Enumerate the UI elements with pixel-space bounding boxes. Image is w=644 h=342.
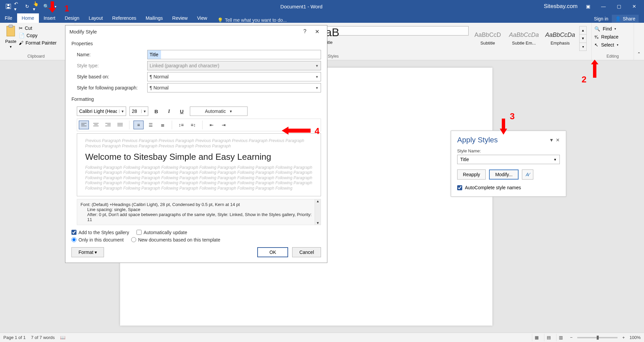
style-subtitle[interactable]: AaBbCcDSubtitle	[471, 26, 505, 51]
annotation-4: 4	[315, 126, 319, 136]
window-title: Document1 - Word	[59, 4, 544, 9]
svg-marker-17	[49, 1, 56, 13]
auto-update-checkbox[interactable]	[137, 230, 142, 235]
style-based-select[interactable]: ¶ Normal▼	[147, 72, 321, 81]
cancel-button[interactable]: Cancel	[292, 247, 321, 257]
align-center-button[interactable]	[91, 121, 101, 129]
brand-label: Sitesbay.com	[544, 3, 578, 10]
maximize-button[interactable]: ▢	[614, 1, 624, 11]
zoom-in-button[interactable]: +	[620, 335, 627, 340]
italic-button[interactable]: I	[164, 107, 174, 116]
tab-mailings[interactable]: Mailings	[141, 13, 167, 23]
share-label: Share	[623, 16, 635, 21]
styles-up-icon[interactable]: ▲	[580, 26, 586, 35]
annotation-arrow-3	[500, 119, 507, 135]
copy-button[interactable]: 📄Copy	[19, 33, 57, 38]
one-half-spacing-button[interactable]: ☰	[146, 121, 156, 129]
minimize-button[interactable]: —	[598, 1, 608, 11]
properties-section-label: Properties	[71, 39, 321, 48]
touch-mode-icon[interactable]: 👆▾	[33, 3, 40, 10]
name-label: Name:	[77, 52, 147, 57]
redo-icon[interactable]: ↻	[23, 3, 31, 10]
tab-home[interactable]: Home	[17, 13, 39, 23]
select-button[interactable]: ↖Select ▾	[594, 42, 631, 48]
pane-close-icon[interactable]: ✕	[556, 137, 560, 143]
double-spacing-button[interactable]: ≣	[158, 121, 168, 129]
ok-button[interactable]: OK	[257, 247, 288, 257]
editing-group: 🔍Find ▾ ᵃ⁄ₐReplace ↖Select ▾ Editing	[592, 23, 634, 60]
chevron-down-icon[interactable]: ▼	[141, 110, 148, 113]
format-button[interactable]: Format ▾	[71, 247, 104, 257]
ribbon-display-icon[interactable]: ▣	[583, 1, 593, 11]
tab-review[interactable]: Review	[168, 13, 193, 23]
style-inspector-button[interactable]: A⁄	[522, 169, 533, 180]
style-name-select[interactable]: Title ▼	[457, 155, 560, 164]
dialog-help-button[interactable]: ?	[299, 25, 311, 38]
modify-button[interactable]: Modify...	[489, 169, 519, 180]
tab-file[interactable]: File	[0, 13, 17, 23]
print-layout-icon[interactable]: ▤	[544, 334, 553, 341]
close-window-button[interactable]: ✕	[629, 1, 639, 11]
font-color-select[interactable]: Automatic▼	[190, 107, 248, 116]
replace-button[interactable]: ᵃ⁄ₐReplace	[594, 34, 631, 40]
preview-following: Following Paragraph Following Paragraph …	[85, 165, 313, 191]
styles-more-icon[interactable]: ▾	[580, 43, 586, 51]
space-before-button[interactable]: ↕≡	[176, 121, 186, 129]
styles-down-icon[interactable]: ▼	[580, 35, 586, 43]
zoom-slider[interactable]	[577, 337, 618, 338]
share-button[interactable]: 👤 Share	[612, 15, 639, 23]
decrease-indent-button[interactable]: ⇤	[207, 121, 217, 129]
tab-view[interactable]: View	[192, 13, 212, 23]
align-left-button[interactable]	[79, 121, 89, 129]
pane-options-icon[interactable]: ▼	[549, 137, 554, 143]
tell-me-box[interactable]: 💡 Tell me what you want to do...	[212, 17, 594, 23]
web-layout-icon[interactable]: ▥	[556, 334, 566, 341]
paste-button[interactable]: Paste ▼	[3, 24, 19, 49]
underline-button[interactable]: U	[177, 107, 186, 116]
add-gallery-checkbox[interactable]	[71, 230, 76, 235]
font-size-select[interactable]: ▼	[129, 107, 148, 116]
tab-references[interactable]: References	[108, 13, 141, 23]
zoom-out-button[interactable]: −	[568, 335, 575, 340]
autocomplete-checkbox[interactable]	[457, 185, 462, 190]
undo-icon[interactable]: ↶ ▾	[14, 3, 21, 10]
style-following-label: Style for following paragraph:	[77, 85, 147, 90]
tab-insert[interactable]: Insert	[39, 13, 60, 23]
chevron-down-icon: ▼	[553, 158, 557, 161]
word-count[interactable]: 7 of 7 words	[31, 335, 55, 340]
style-type-label: Style type:	[77, 63, 147, 68]
cut-button[interactable]: ✂Cut	[19, 25, 57, 31]
svg-marker-19	[500, 119, 507, 135]
save-icon[interactable]	[5, 3, 12, 10]
align-justify-button[interactable]	[115, 121, 125, 129]
style-emphasis[interactable]: AaBbCcDaEmphasis	[543, 26, 577, 51]
proofing-icon[interactable]: 📖	[60, 335, 65, 340]
zoom-value[interactable]: 100%	[630, 335, 641, 340]
find-button[interactable]: 🔍Find ▾	[594, 26, 631, 31]
only-this-doc-radio[interactable]	[71, 237, 76, 242]
reapply-button[interactable]: Reapply	[457, 169, 486, 180]
new-docs-radio[interactable]	[131, 237, 136, 242]
space-after-button[interactable]: ≡↕	[188, 121, 198, 129]
styles-gallery-scroll: ▲ ▼ ▾	[579, 26, 587, 51]
collapse-ribbon-icon[interactable]: ˆ	[634, 23, 644, 60]
annotation-2: 2	[582, 74, 586, 85]
tab-layout[interactable]: Layout	[84, 13, 108, 23]
bold-button[interactable]: B	[152, 107, 161, 116]
desc-scrollbar[interactable]: ▲▼	[315, 199, 321, 225]
dialog-close-button[interactable]: ✕	[311, 25, 323, 38]
align-right-button[interactable]	[103, 121, 113, 129]
increase-indent-button[interactable]: ⇥	[219, 121, 229, 129]
single-spacing-button[interactable]: ≡	[133, 121, 144, 129]
tab-design[interactable]: Design	[60, 13, 84, 23]
signin-link[interactable]: Sign in	[594, 16, 608, 21]
style-following-select[interactable]: ¶ Normal▼	[147, 83, 321, 92]
format-painter-button[interactable]: 🖌Format Painter	[19, 40, 57, 46]
style-subtle-emphasis[interactable]: AaBbCcDaSubtle Em...	[507, 26, 541, 51]
chevron-down-icon[interactable]: ▼	[119, 110, 126, 113]
brush-icon: 🖌	[19, 40, 23, 46]
name-input[interactable]	[147, 50, 321, 59]
page-status[interactable]: Page 1 of 1	[3, 335, 26, 340]
font-family-select[interactable]: ▼	[77, 107, 126, 116]
read-mode-icon[interactable]: ▦	[532, 334, 541, 341]
